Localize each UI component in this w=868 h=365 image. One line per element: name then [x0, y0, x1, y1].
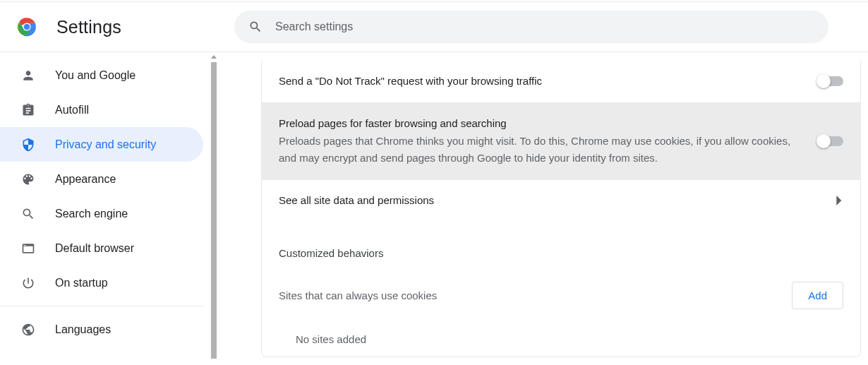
toggle-preload[interactable]: [818, 136, 843, 146]
header: Settings: [0, 2, 868, 52]
nav-divider: [0, 306, 203, 306]
sidebar-item-languages[interactable]: Languages: [0, 312, 203, 347]
setting-title: See all site data and permissions: [279, 193, 819, 209]
setting-row-see-all-site-data[interactable]: See all site data and permissions: [262, 179, 860, 222]
search-icon: [21, 207, 35, 221]
sidebar-item-you-and-google[interactable]: You and Google: [0, 58, 203, 92]
setting-title: Preload pages for faster browsing and se…: [279, 116, 801, 132]
chevron-right-icon: [836, 196, 843, 205]
sidebar-item-label: Appearance: [55, 173, 116, 186]
globe-icon: [21, 323, 35, 337]
page-title: Settings: [56, 17, 121, 37]
setting-title: Send a "Do Not Track" request with your …: [279, 73, 801, 90]
clipboard-icon: [21, 103, 35, 117]
content-area: Send a "Do Not Track" request with your …: [217, 52, 868, 365]
scroll-thumb[interactable]: [211, 62, 217, 359]
setting-row-preload[interactable]: Preload pages for faster browsing and se…: [262, 102, 860, 180]
add-button[interactable]: Add: [792, 282, 843, 309]
chrome-logo-icon: [17, 17, 37, 37]
sidebar-item-label: Privacy and security: [55, 138, 156, 151]
sidebar-scrollbar[interactable]: [210, 52, 217, 365]
sidebar-item-on-startup[interactable]: On startup: [0, 265, 203, 300]
power-icon: [21, 276, 35, 290]
sidebar-item-label: You and Google: [55, 69, 135, 82]
browser-icon: [21, 241, 35, 256]
setting-description: Preloads pages that Chrome thinks you mi…: [279, 133, 801, 167]
setting-row-always-cookies: Sites that can always use cookies Add: [262, 273, 860, 322]
search-input[interactable]: [275, 20, 814, 33]
svg-point-2: [24, 24, 30, 30]
search-icon: [248, 20, 263, 34]
search-box[interactable]: [234, 11, 828, 43]
setting-subtitle: Sites that can always use cookies: [279, 289, 437, 301]
scroll-up-arrow-icon[interactable]: [211, 55, 217, 59]
person-icon: [21, 68, 35, 83]
sidebar-item-label: Languages: [55, 323, 111, 336]
shield-icon: [21, 138, 35, 152]
sidebar-item-label: Autofill: [55, 104, 89, 116]
sidebar-item-label: Search engine: [55, 208, 128, 220]
sidebar-item-autofill[interactable]: Autofill: [0, 92, 203, 127]
section-heading-customized: Customized behaviors: [262, 222, 860, 273]
setting-row-do-not-track[interactable]: Send a "Do Not Track" request with your …: [262, 61, 860, 102]
sidebar-item-default-browser[interactable]: Default browser: [0, 231, 203, 265]
sidebar-item-label: On startup: [55, 277, 108, 289]
sidebar: You and Google Autofill Privacy and secu…: [0, 52, 217, 365]
palette-icon: [21, 172, 35, 186]
sidebar-item-privacy-security[interactable]: Privacy and security: [0, 127, 203, 162]
toggle-do-not-track[interactable]: [818, 76, 843, 86]
empty-list-text: No sites added: [262, 322, 860, 357]
sidebar-item-appearance[interactable]: Appearance: [0, 162, 203, 196]
sidebar-item-label: Default browser: [55, 242, 134, 255]
sidebar-item-search-engine[interactable]: Search engine: [0, 196, 203, 231]
